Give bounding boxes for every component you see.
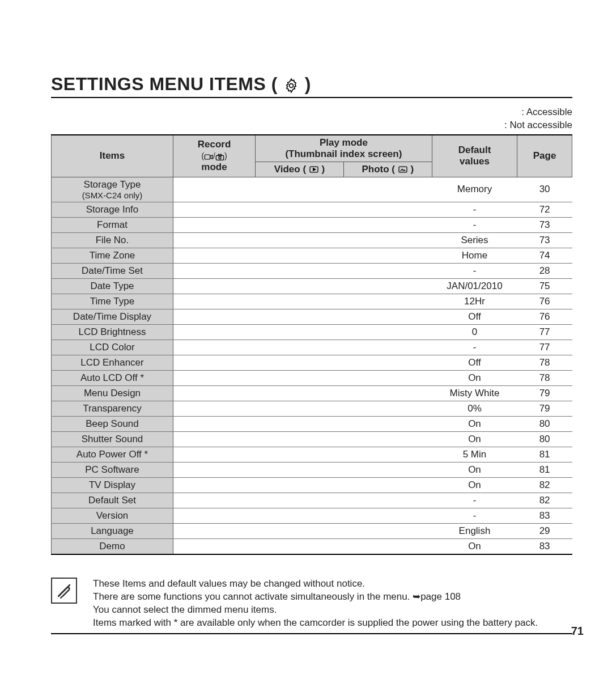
cell-record [173,370,255,385]
cell-page: 79 [517,385,572,401]
cell-photo [343,324,432,340]
cell-default: 5 Min [432,447,517,462]
cell-page: 73 [517,217,572,232]
col-photo: Photo ( ) [343,162,432,177]
col-record: Record (/) mode [173,135,255,177]
cell-record [173,538,255,554]
cell-default: 0% [432,401,517,416]
cell-record [173,477,255,493]
cell-page: 79 [517,401,572,416]
col-items: Items [52,135,173,177]
cell-video [256,523,344,538]
cell-page: 82 [517,477,572,493]
cell-page: 72 [517,202,572,217]
cell-record [173,177,255,202]
page-title: SETTINGS MENU ITEMS ( ) [51,74,572,98]
table-row: Storage Type(SMX-C24 only)Memory30 [52,177,572,202]
cell-record [173,431,255,447]
table-header: Items Record (/) mode Play mode (Thumbna… [52,135,572,177]
item-sub: (SMX-C24 only) [55,190,169,200]
cell-page: 78 [517,370,572,385]
item-name: LCD Color [52,340,173,355]
cell-photo [343,523,432,538]
item-name: Demo [52,538,173,554]
col-play-sub: (Thumbnail index screen) [285,149,402,159]
cell-video [256,385,344,401]
table-row: Shutter SoundOn80 [52,431,572,447]
item-name: Storage Info [52,202,173,217]
cell-default: - [432,508,517,523]
cell-default: - [432,493,517,508]
item-name: LCD Brightness [52,324,173,340]
cell-video [256,508,344,523]
cell-default: JAN/01/2010 [432,278,517,294]
cell-photo [343,416,432,431]
table-row: Date TypeJAN/01/201075 [52,278,572,294]
table-row: Date/Time DisplayOff76 [52,309,572,324]
cell-video [256,538,344,554]
note-line: These Items and default values may be ch… [93,578,572,591]
item-name: Menu Design [52,385,173,401]
col-default: Default values [432,135,517,177]
cell-video [256,324,344,340]
cell-default: 12Hr [432,294,517,309]
cell-default: On [432,538,517,554]
col-video: Video ( ) [256,162,344,177]
cell-photo [343,431,432,447]
item-name: Transparency [52,401,173,416]
item-name: Default Set [52,493,173,508]
cell-page: 30 [517,177,572,202]
cell-video [256,462,344,477]
cell-page: 81 [517,447,572,462]
cell-default: On [432,370,517,385]
cell-record [173,248,255,263]
cell-page: 73 [517,232,572,248]
col-default-bottom: values [460,156,490,167]
item-name: Time Type [52,294,173,309]
cell-photo [343,263,432,278]
cell-video [256,217,344,232]
item-name: Date Type [52,278,173,294]
cell-default: - [432,263,517,278]
cell-record [173,493,255,508]
cell-record [173,294,255,309]
item-name: Shutter Sound [52,431,173,447]
cell-default: - [432,217,517,232]
manual-page: SETTINGS MENU ITEMS ( ) : Accessible : N… [0,0,612,700]
settings-table: Items Record (/) mode Play mode (Thumbna… [51,134,572,555]
table-row: LanguageEnglish29 [52,523,572,538]
cell-record [173,340,255,355]
notes-text: These Items and default values may be ch… [93,578,572,630]
table-row: TV DisplayOn82 [52,477,572,493]
cell-photo [343,447,432,462]
table-row: Transparency0%79 [52,401,572,416]
cell-video [256,370,344,385]
cell-page: 75 [517,278,572,294]
cell-default: On [432,431,517,447]
legend-block: : Accessible : Not accessible [51,106,572,132]
note-icon [51,578,77,604]
item-name: Version [52,508,173,523]
cell-default: On [432,416,517,431]
cell-photo [343,177,432,202]
cell-photo [343,294,432,309]
cell-record [173,416,255,431]
record-mode-icons: (/) [201,151,227,160]
cell-record [173,401,255,416]
item-name: LCD Enhancer [52,355,173,370]
cell-page: 80 [517,431,572,447]
page-number: 71 [571,625,584,638]
cell-video [256,340,344,355]
table-row: PC SoftwareOn81 [52,462,572,477]
cell-record [173,263,255,278]
cell-photo [343,462,432,477]
cell-photo [343,385,432,401]
cell-photo [343,309,432,324]
table-row: Beep SoundOn80 [52,416,572,431]
svg-rect-4 [218,154,221,156]
table-row: Default Set-82 [52,493,572,508]
cell-video [256,202,344,217]
table-row: Version-83 [52,508,572,523]
cell-default: Series [432,232,517,248]
item-name: Date/Time Set [52,263,173,278]
